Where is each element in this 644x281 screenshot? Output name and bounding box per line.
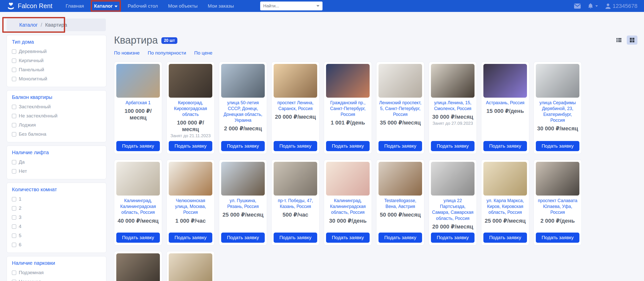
filter-checkbox[interactable] xyxy=(12,224,16,229)
apply-button[interactable]: Подать заявку xyxy=(221,233,265,243)
apply-button[interactable]: Подать заявку xyxy=(169,141,212,151)
nav-item-home[interactable]: Главная xyxy=(66,3,84,9)
filter-checkbox[interactable] xyxy=(12,49,16,54)
breadcrumb-current: Квартира xyxy=(45,22,67,28)
filter-option: 1 xyxy=(12,195,101,204)
filter-checkbox[interactable] xyxy=(12,160,16,164)
object-card: улица 50-летия СССР, Донецк, Донецкая об… xyxy=(219,62,267,154)
apply-button[interactable]: Подать заявку xyxy=(378,141,422,151)
search-select[interactable]: Найти... xyxy=(260,2,323,10)
object-title-link[interactable]: Ленинский проспект, 5, Санкт-Петербург, … xyxy=(378,100,422,117)
filter-checkbox[interactable] xyxy=(12,105,16,109)
object-photo[interactable] xyxy=(431,162,475,196)
filter-option-label: Застеклённый xyxy=(19,104,51,110)
object-photo[interactable] xyxy=(326,162,370,196)
apply-button[interactable]: Подать заявку xyxy=(326,233,370,243)
apply-button[interactable]: Подать заявку xyxy=(536,233,579,243)
object-photo[interactable] xyxy=(116,162,160,196)
nav-item-label: Мои объекты xyxy=(168,3,198,9)
object-title-link[interactable]: проспект Ленина, Саранск, Россия xyxy=(274,100,317,112)
apply-button[interactable]: Подать заявку xyxy=(483,233,527,243)
object-photo[interactable] xyxy=(483,162,527,196)
filter-checkbox[interactable] xyxy=(12,197,16,201)
filter-checkbox[interactable] xyxy=(12,132,16,136)
brand[interactable]: Falcon Rent xyxy=(7,2,52,10)
object-title-link[interactable]: улица Ленина, 15, Смоленск, Россия xyxy=(431,100,475,112)
apply-button[interactable]: Подать заявку xyxy=(326,141,370,151)
object-title-link[interactable]: Калининград, Калининградская область, Ро… xyxy=(116,198,160,215)
nav-item-my-objects[interactable]: Мои объекты xyxy=(168,3,198,9)
filter-checkbox[interactable] xyxy=(12,206,16,210)
object-photo[interactable] xyxy=(169,64,212,98)
sort-link-2[interactable]: По цене xyxy=(194,50,213,56)
object-title-link[interactable]: улица 50-летия СССР, Донецк, Донецкая об… xyxy=(221,100,265,123)
object-title-link[interactable]: Арбатская 1 xyxy=(116,100,160,106)
apply-button[interactable]: Подать заявку xyxy=(536,141,579,151)
filter-checkbox[interactable] xyxy=(12,68,16,72)
object-photo[interactable] xyxy=(378,64,422,98)
user-menu[interactable]: 12345678 xyxy=(605,3,637,9)
object-photo[interactable] xyxy=(169,253,212,281)
apply-button[interactable]: Подать заявку xyxy=(378,233,422,243)
object-title-link[interactable]: Калининград, Калининградская область, Ро… xyxy=(326,198,370,215)
filter-checkbox[interactable] xyxy=(12,215,16,220)
filter-checkbox[interactable] xyxy=(12,243,16,247)
object-photo[interactable] xyxy=(536,162,579,196)
object-title-link[interactable]: пр-т. Победы, 47, Казань, Россия xyxy=(274,198,317,209)
object-title-link[interactable]: улица Серафимы Дерябиной, 23, Екатеринбу… xyxy=(536,100,579,123)
object-photo[interactable] xyxy=(274,162,317,196)
notifications-dropdown[interactable] xyxy=(588,3,598,9)
filter-checkbox[interactable] xyxy=(12,169,16,173)
nav-item-my-orders[interactable]: Мои заказы xyxy=(208,3,234,9)
list-view-button[interactable] xyxy=(614,36,624,45)
object-price: 100 000 ₽/месяц xyxy=(169,119,212,133)
object-title-link[interactable]: улица 22 Партсъезда, Самара, Самарская о… xyxy=(431,198,475,221)
nav-item-catalog[interactable]: Каталог xyxy=(94,3,118,9)
object-photo[interactable] xyxy=(326,64,370,98)
apply-button[interactable]: Подать заявку xyxy=(169,233,212,243)
breadcrumb-link-catalog[interactable]: Каталог xyxy=(19,22,38,28)
object-photo[interactable] xyxy=(536,64,579,98)
apply-button[interactable]: Подать заявку xyxy=(274,233,317,243)
filter-option: Панельный xyxy=(12,65,101,74)
filter-checkbox[interactable] xyxy=(12,77,16,81)
object-photo[interactable] xyxy=(378,162,422,196)
apply-button[interactable]: Подать заявку xyxy=(221,141,265,151)
object-title-link[interactable]: ул. Пушкина, Рязань, Россия xyxy=(221,198,265,209)
filter-option-label: Деревянный xyxy=(19,49,47,54)
object-title-link[interactable]: Челюскинская улица, Москва, Россия xyxy=(169,198,212,215)
filter-checkbox[interactable] xyxy=(12,271,16,275)
object-title-link[interactable]: проспект Салавата Юлаева, Уфа, Россия xyxy=(536,198,579,215)
object-photo[interactable] xyxy=(116,64,160,98)
filter-checkbox[interactable] xyxy=(12,59,16,63)
filter-checkbox[interactable] xyxy=(12,280,16,281)
nav-item-workspace[interactable]: Рабочий стол xyxy=(128,3,158,9)
object-photo[interactable] xyxy=(483,64,527,98)
filter-option-label: Лоджия xyxy=(19,122,36,128)
mail-icon[interactable] xyxy=(574,4,581,9)
apply-button[interactable]: Подать заявку xyxy=(274,141,317,151)
object-title-link[interactable]: ул. Карла Маркса, Киров, Кировская облас… xyxy=(483,198,527,215)
object-card: ул. Карла Маркса, Киров, Кировская облас… xyxy=(481,160,529,245)
apply-button[interactable]: Подать заявку xyxy=(116,233,160,243)
object-photo[interactable] xyxy=(169,162,212,196)
filter-checkbox[interactable] xyxy=(12,114,16,118)
object-photo[interactable] xyxy=(116,253,160,281)
object-photo[interactable] xyxy=(221,162,265,196)
object-title-link[interactable]: Testarellogasse, Вена, Австрия xyxy=(378,198,422,209)
sort-link-1[interactable]: По популярности xyxy=(148,50,186,56)
object-title-link[interactable]: Гражданский пр., Санкт-Петербург, Россия xyxy=(326,100,370,117)
apply-button[interactable]: Подать заявку xyxy=(483,141,527,151)
apply-button[interactable]: Подать заявку xyxy=(431,141,475,151)
filter-checkbox[interactable] xyxy=(12,123,16,127)
object-photo[interactable] xyxy=(431,64,475,98)
object-photo[interactable] xyxy=(274,64,317,98)
apply-button[interactable]: Подать заявку xyxy=(116,141,160,151)
grid-view-button[interactable] xyxy=(627,36,637,45)
sort-link-0[interactable]: По новизне xyxy=(114,50,140,56)
object-photo[interactable] xyxy=(221,64,265,98)
object-title-link[interactable]: Кировоград, Кировоградская область xyxy=(169,100,212,117)
object-title-link[interactable]: Астрахань, Россия xyxy=(483,100,527,106)
filter-checkbox[interactable] xyxy=(12,234,16,238)
apply-button[interactable]: Подать заявку xyxy=(431,233,475,243)
